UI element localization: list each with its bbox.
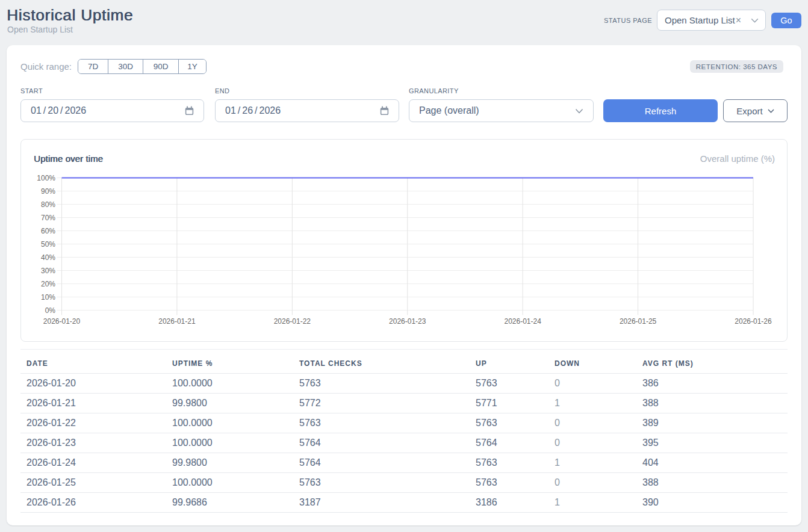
svg-text:80%: 80% (41, 200, 55, 209)
svg-text:2026-01-21: 2026-01-21 (158, 317, 196, 326)
svg-text:70%: 70% (41, 214, 55, 222)
svg-text:20%: 20% (41, 280, 55, 288)
svg-text:0%: 0% (45, 306, 56, 315)
svg-text:40%: 40% (41, 253, 55, 262)
svg-text:2026-01-26: 2026-01-26 (735, 317, 772, 326)
svg-text:2026-01-24: 2026-01-24 (504, 317, 541, 326)
svg-text:2026-01-20: 2026-01-20 (43, 317, 81, 326)
svg-text:10%: 10% (41, 293, 55, 302)
svg-text:2026-01-23: 2026-01-23 (389, 317, 426, 326)
svg-text:30%: 30% (41, 267, 55, 275)
svg-text:2026-01-22: 2026-01-22 (274, 317, 311, 326)
svg-text:90%: 90% (41, 187, 55, 196)
svg-text:100%: 100% (37, 174, 55, 182)
svg-text:2026-01-25: 2026-01-25 (620, 317, 657, 326)
svg-text:50%: 50% (41, 240, 55, 249)
svg-text:60%: 60% (41, 227, 55, 235)
